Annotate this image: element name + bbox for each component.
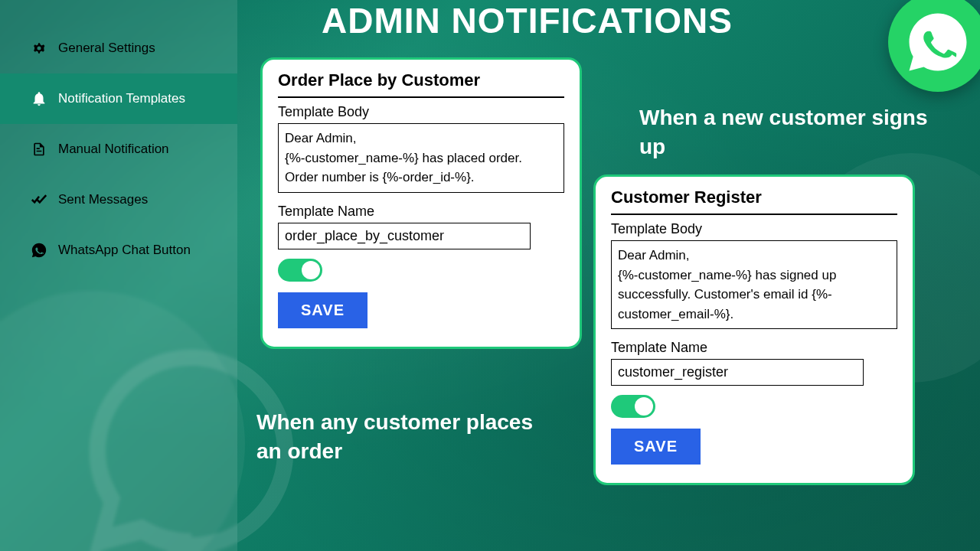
sidebar: General Settings Notification Templates … xyxy=(0,0,237,551)
sidebar-item-label: Manual Notification xyxy=(58,142,169,157)
sidebar-item-label: Sent Messages xyxy=(58,192,148,207)
page-title: ADMIN NOTIFICATIONS xyxy=(322,0,733,41)
sidebar-item-label: Notification Templates xyxy=(58,91,185,106)
sidebar-item-notification-templates[interactable]: Notification Templates xyxy=(0,73,237,124)
template-body-label: Template Body xyxy=(611,221,897,237)
gear-icon xyxy=(31,40,47,57)
callout-register: When a new customer signs up xyxy=(639,103,946,161)
sidebar-item-label: WhatsApp Chat Button xyxy=(58,243,191,258)
template-body-input[interactable] xyxy=(611,240,897,329)
sidebar-item-general-settings[interactable]: General Settings xyxy=(0,23,237,73)
double-check-icon xyxy=(31,191,47,208)
card-order-place: Order Place by Customer Template Body Te… xyxy=(260,57,582,349)
sidebar-item-sent-messages[interactable]: Sent Messages xyxy=(0,174,237,225)
save-button[interactable]: SAVE xyxy=(611,429,701,465)
whatsapp-badge-icon xyxy=(888,0,980,92)
sidebar-item-whatsapp-chat-button[interactable]: WhatsApp Chat Button xyxy=(0,225,237,276)
whatsapp-icon xyxy=(31,242,47,259)
sidebar-item-label: General Settings xyxy=(58,41,155,56)
template-name-label: Template Name xyxy=(611,340,897,356)
callout-order: When any customer places an order xyxy=(256,408,563,466)
template-name-input[interactable] xyxy=(278,223,531,249)
bell-icon xyxy=(31,90,47,107)
sidebar-item-manual-notification[interactable]: Manual Notification xyxy=(0,124,237,174)
card-customer-register: Customer Register Template Body Template… xyxy=(593,174,915,485)
card-title: Order Place by Customer xyxy=(278,70,564,98)
template-name-label: Template Name xyxy=(278,204,564,220)
document-icon xyxy=(31,141,47,158)
card-title: Customer Register xyxy=(611,187,897,215)
save-button[interactable]: SAVE xyxy=(278,292,368,328)
template-body-label: Template Body xyxy=(278,104,564,120)
template-body-input[interactable] xyxy=(278,123,564,193)
enable-toggle[interactable] xyxy=(611,395,655,418)
enable-toggle[interactable] xyxy=(278,259,322,282)
template-name-input[interactable] xyxy=(611,359,864,386)
